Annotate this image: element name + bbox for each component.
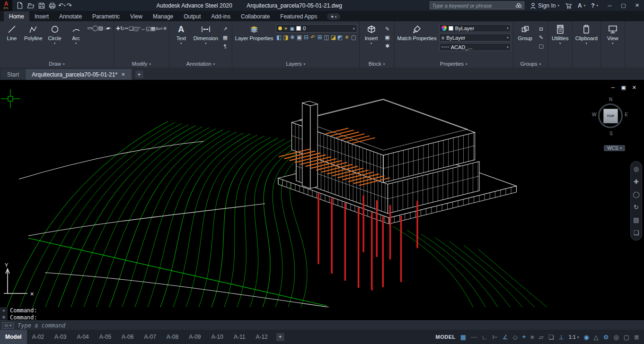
tab-featured-apps[interactable]: Featured Apps xyxy=(275,11,322,21)
move-icon[interactable]: ✚ xyxy=(116,26,120,32)
erase-icon[interactable]: ▱ xyxy=(159,26,162,32)
undo-button[interactable]: ↶▾ xyxy=(58,2,65,9)
utilities-button[interactable]: Utilities ▾ xyxy=(550,22,570,45)
layer-isolate-icon[interactable]: ◨ xyxy=(282,34,289,41)
panel-layers-footer[interactable]: Layers ▾ xyxy=(234,60,357,68)
rotate-icon[interactable]: ↻ xyxy=(120,26,124,32)
minimize-button[interactable]: ─ xyxy=(603,0,617,11)
trim-icon[interactable]: ✂ xyxy=(124,26,129,32)
nav-wheel-icon[interactable]: ◎ xyxy=(634,165,639,172)
polyline-button[interactable]: Polyline xyxy=(23,22,44,41)
linetype-dropdown[interactable]: ACAD_... ▾ xyxy=(439,43,511,51)
ungroup-icon[interactable]: ⊟ xyxy=(537,25,546,33)
viewcube-top-face[interactable]: TOP xyxy=(603,109,618,123)
close-button[interactable]: ✕ xyxy=(630,0,644,11)
view-button[interactable]: View ▾ xyxy=(603,22,623,45)
command-close-icon[interactable]: ✕ xyxy=(2,308,5,313)
panel-modify-footer[interactable]: Modify ▾ xyxy=(116,60,167,68)
signin-menu[interactable]: Sign In ▾ xyxy=(527,2,562,9)
isolate-objects-icon[interactable]: ◎ xyxy=(613,334,618,341)
exchange-apps-menu[interactable]: A ▾ xyxy=(575,2,588,9)
point-icon[interactable]: ∙ xyxy=(110,25,112,31)
layer-thaw-icon[interactable]: ☀ xyxy=(344,34,350,41)
ortho-icon[interactable]: ⊢ xyxy=(493,334,498,341)
rectangle-icon[interactable]: ▭ xyxy=(88,25,92,31)
layer-previous-icon[interactable]: ↶ xyxy=(309,34,316,41)
layout-tab-a12[interactable]: A-12 xyxy=(250,330,273,344)
layout-tab-a02[interactable]: A-02 xyxy=(27,330,49,344)
zoom-icon[interactable]: ◯ xyxy=(633,191,640,198)
file-tab-start[interactable]: Start ✕ xyxy=(1,69,25,80)
tab-output[interactable]: Output xyxy=(178,11,206,21)
arc-caret-icon[interactable]: ▾ xyxy=(75,42,77,45)
text-button[interactable]: A Text ▾ xyxy=(171,22,191,45)
stretch-icon[interactable]: ↔ xyxy=(141,26,146,31)
object-color-dropdown[interactable]: ByLayer ▾ xyxy=(439,24,511,32)
view-caret-icon[interactable]: ▾ xyxy=(612,42,614,45)
tab-addins[interactable]: Add-ins xyxy=(206,11,236,21)
polar-icon[interactable]: ∠ xyxy=(503,334,508,341)
layout-tab-a11[interactable]: A-11 xyxy=(229,330,250,344)
workspace-icon[interactable]: ⚙ xyxy=(603,334,609,341)
tab-manage[interactable]: Manage xyxy=(148,11,178,21)
selection-cycling-icon[interactable]: ❏ xyxy=(548,334,554,341)
utilities-caret-icon[interactable]: ▾ xyxy=(559,42,561,45)
scale-icon[interactable]: ◱ xyxy=(146,26,150,32)
lineweight-icon[interactable]: ≡ xyxy=(530,334,534,341)
layer-merge-icon[interactable]: ◫ xyxy=(323,34,330,41)
annotation-visibility-icon[interactable]: ◉ xyxy=(583,334,589,341)
orbit-icon[interactable]: ↻ xyxy=(634,204,639,211)
layer-on-icon[interactable]: ◩ xyxy=(337,34,344,41)
viewport-close-button[interactable]: ✕ xyxy=(632,85,636,91)
dimension-caret-icon[interactable]: ▾ xyxy=(205,42,207,45)
circle-button[interactable]: Circle ▾ xyxy=(45,22,65,45)
wcs-menu[interactable]: WCS ▾ xyxy=(604,145,625,151)
layer-walk-icon[interactable]: ⊞ xyxy=(317,34,323,41)
layout-stack-icon[interactable]: ❏ xyxy=(634,229,639,236)
restore-button[interactable]: ▢ xyxy=(617,0,630,11)
group-edit-icon[interactable]: ✎ xyxy=(537,34,546,42)
annotation-scale-dropdown[interactable]: 1:1 ▾ xyxy=(569,334,579,340)
redo-button[interactable]: ↷ xyxy=(66,2,71,9)
dimension-button[interactable]: Dimension ▾ xyxy=(193,22,219,45)
layout-tab-a04[interactable]: A-04 xyxy=(71,330,94,344)
layer-dropdown[interactable]: ☀ ▣ 0 ▾ xyxy=(276,24,357,33)
block-define-icon[interactable]: ▣ xyxy=(383,34,392,42)
layout-tab-a03[interactable]: A-03 xyxy=(49,330,71,344)
layout-tab-a10[interactable]: A-10 xyxy=(206,330,229,344)
mirror-icon[interactable]: ◫ xyxy=(133,26,138,32)
ellipse-icon[interactable]: ◯ xyxy=(92,25,98,31)
layer-match-icon[interactable]: ⊟ xyxy=(303,34,309,41)
lineweight-dropdown[interactable]: ≡ ByLayer ▾ xyxy=(439,34,511,42)
store-cart-button[interactable] xyxy=(562,2,575,9)
pan-icon[interactable]: ✚ xyxy=(634,178,639,185)
panel-properties-footer[interactable]: Properties ▾ xyxy=(397,60,511,68)
lineweight-caret-icon[interactable]: ▾ xyxy=(507,36,509,39)
tab-parametric[interactable]: Parametric xyxy=(87,11,125,21)
layout-tab-a08[interactable]: A-08 xyxy=(161,330,184,344)
clean-screen-icon[interactable]: ▢ xyxy=(624,334,629,341)
viewport-minimize-button[interactable]: ─ xyxy=(611,85,615,91)
linetype-caret-icon[interactable]: ▾ xyxy=(507,45,509,49)
viewport-restore-button[interactable]: ▣ xyxy=(621,85,626,91)
tab-view[interactable]: View xyxy=(125,11,148,21)
insert-caret-icon[interactable]: ▾ xyxy=(371,42,372,45)
help-menu[interactable]: ? ▾ xyxy=(588,2,601,9)
new-layout-button[interactable]: + xyxy=(276,333,284,341)
layout-tab-a05[interactable]: A-05 xyxy=(94,330,116,344)
command-customize-icon[interactable]: ⚙ xyxy=(2,315,5,319)
search-box[interactable] xyxy=(430,1,524,9)
layer-unlock-icon[interactable]: ▢ xyxy=(350,34,357,41)
command-options-icon[interactable]: ▭▾ xyxy=(2,322,14,329)
layer-properties-button[interactable]: Layer Properties xyxy=(234,22,274,41)
layout-tab-a09[interactable]: A-09 xyxy=(184,330,206,344)
command-input[interactable] xyxy=(18,322,644,329)
undo-caret-icon[interactable]: ▾ xyxy=(64,4,66,7)
tab-close-icon[interactable]: ✕ xyxy=(121,72,125,77)
block-edit-icon[interactable]: ✎ xyxy=(383,25,392,33)
copy-icon[interactable]: ❏ xyxy=(129,26,133,32)
viewcube-west[interactable]: W xyxy=(592,112,596,117)
block-attributes-icon[interactable]: ✱ xyxy=(383,42,392,50)
file-tab-document[interactable]: Arquitectura_parcela70-05-01-21* ✕ xyxy=(26,69,131,80)
app-logo[interactable]: A STL xyxy=(0,0,12,11)
